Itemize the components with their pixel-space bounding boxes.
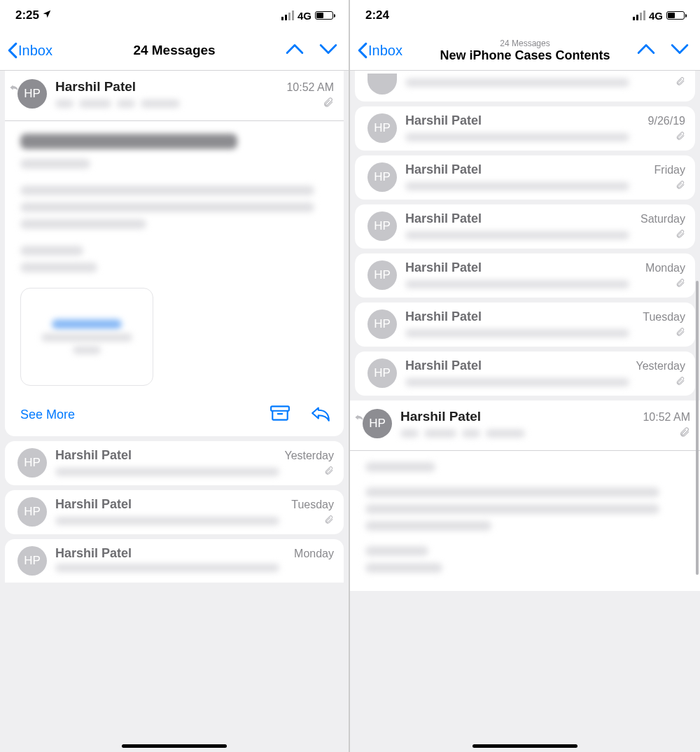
avatar: HP bbox=[368, 211, 397, 241]
attachment-preview[interactable] bbox=[20, 288, 153, 386]
avatar: HP bbox=[18, 448, 47, 478]
thread-row[interactable]: HP Harshil Patel Monday bbox=[5, 539, 344, 583]
avatar: HP bbox=[368, 309, 397, 339]
avatar: HP bbox=[18, 79, 47, 109]
thread-row[interactable]: HP Harshil Patel Friday bbox=[355, 155, 695, 200]
signal-icon bbox=[633, 11, 645, 20]
scrollbar[interactable] bbox=[696, 281, 699, 575]
battery-icon bbox=[666, 11, 685, 20]
message-list[interactable]: HP Harshil Patel 10:52 AM bbox=[0, 71, 349, 752]
message-time: Friday bbox=[654, 164, 685, 176]
thread-row[interactable]: HP Harshil Patel Monday bbox=[355, 253, 695, 298]
back-label: Inbox bbox=[368, 43, 402, 59]
message-card-expanded[interactable]: HP Harshil Patel 10:52 AM bbox=[350, 401, 700, 591]
sender-name: Harshil Patel bbox=[55, 546, 132, 561]
message-time: Monday bbox=[645, 262, 685, 274]
status-bar: 2:25 4G bbox=[0, 0, 349, 31]
attachment-icon bbox=[676, 180, 685, 193]
phone-left: 2:25 4G Inbox 24 Messages bbox=[0, 0, 350, 752]
avatar bbox=[368, 74, 397, 95]
avatar: HP bbox=[363, 409, 392, 438]
home-indicator[interactable] bbox=[472, 744, 578, 748]
back-button[interactable]: Inbox bbox=[7, 42, 52, 59]
network-label: 4G bbox=[649, 10, 663, 22]
avatar: HP bbox=[18, 497, 47, 527]
next-message-button[interactable] bbox=[671, 43, 689, 58]
sender-name: Harshil Patel bbox=[405, 358, 482, 373]
message-time: Tuesday bbox=[291, 499, 334, 511]
thread-row[interactable]: HP Harshil Patel Saturday bbox=[355, 204, 695, 249]
attachment-icon bbox=[676, 376, 685, 389]
nav-bar: Inbox 24 Messages bbox=[0, 31, 349, 70]
prev-message-button[interactable] bbox=[286, 43, 304, 58]
avatar: HP bbox=[18, 546, 47, 576]
status-time: 2:25 bbox=[15, 8, 39, 22]
message-time: Yesterday bbox=[284, 450, 334, 462]
thread-row[interactable]: HP Harshil Patel Tuesday bbox=[5, 490, 344, 534]
see-more-button[interactable]: See More bbox=[20, 408, 75, 422]
next-message-button[interactable] bbox=[319, 43, 337, 58]
phone-right: 2:24 4G Inbox 24 Messages New iPhone Cas… bbox=[350, 0, 700, 752]
attachment-icon bbox=[324, 466, 334, 478]
message-time: 9/26/19 bbox=[648, 115, 685, 127]
message-time: Saturday bbox=[640, 213, 685, 225]
thread-row[interactable]: HP Harshil Patel Yesterday bbox=[355, 351, 695, 396]
thread-row[interactable] bbox=[355, 71, 695, 102]
attachment-icon bbox=[676, 76, 685, 89]
attachment-icon bbox=[324, 515, 334, 527]
back-label: Inbox bbox=[18, 43, 52, 59]
thread-row[interactable]: HP Harshil Patel 9/26/19 bbox=[355, 106, 695, 151]
svg-rect-0 bbox=[271, 406, 289, 410]
avatar: HP bbox=[368, 113, 397, 143]
prev-message-button[interactable] bbox=[637, 43, 655, 58]
status-time: 2:24 bbox=[365, 8, 389, 22]
sender-name: Harshil Patel bbox=[55, 448, 132, 463]
sender-name: Harshil Patel bbox=[55, 497, 132, 512]
attachment-icon bbox=[676, 131, 685, 144]
sender-name: Harshil Patel bbox=[55, 79, 136, 95]
sender-name: Harshil Patel bbox=[405, 162, 482, 177]
message-time: Yesterday bbox=[636, 360, 685, 372]
attachment-icon bbox=[679, 426, 690, 440]
nav-bar: Inbox 24 Messages New iPhone Cases Conte… bbox=[350, 31, 700, 70]
reply-indicator-icon bbox=[9, 82, 19, 95]
attachment-icon bbox=[676, 278, 685, 291]
message-card-expanded[interactable]: HP Harshil Patel 10:52 AM bbox=[5, 71, 344, 436]
network-label: 4G bbox=[298, 10, 312, 22]
attachment-icon bbox=[676, 229, 685, 242]
attachment-icon bbox=[676, 327, 685, 340]
sender-name: Harshil Patel bbox=[405, 211, 482, 226]
message-time: 10:52 AM bbox=[286, 81, 334, 94]
message-time: Monday bbox=[294, 548, 334, 560]
status-bar: 2:24 4G bbox=[350, 0, 700, 31]
message-time: 10:52 AM bbox=[643, 411, 690, 424]
thread-row[interactable]: HP Harshil Patel Yesterday bbox=[5, 441, 344, 485]
message-time: Tuesday bbox=[643, 311, 685, 323]
signal-icon bbox=[281, 11, 294, 20]
sender-name: Harshil Patel bbox=[405, 260, 482, 275]
home-indicator[interactable] bbox=[122, 744, 227, 748]
reply-indicator-icon bbox=[354, 412, 364, 424]
reply-icon[interactable] bbox=[310, 404, 331, 425]
location-icon bbox=[42, 8, 52, 22]
sender-name: Harshil Patel bbox=[405, 309, 482, 324]
back-button[interactable]: Inbox bbox=[357, 42, 402, 59]
avatar: HP bbox=[368, 260, 397, 290]
sender-name: Harshil Patel bbox=[405, 113, 482, 128]
message-list[interactable]: HP Harshil Patel 9/26/19 HP Harshi bbox=[350, 71, 700, 752]
attachment-icon bbox=[323, 97, 334, 111]
avatar: HP bbox=[368, 358, 397, 388]
thread-row[interactable]: HP Harshil Patel Tuesday bbox=[355, 302, 695, 347]
avatar: HP bbox=[368, 162, 397, 192]
archive-icon[interactable] bbox=[270, 404, 290, 425]
sender-name: Harshil Patel bbox=[400, 409, 481, 424]
battery-icon bbox=[315, 11, 333, 20]
